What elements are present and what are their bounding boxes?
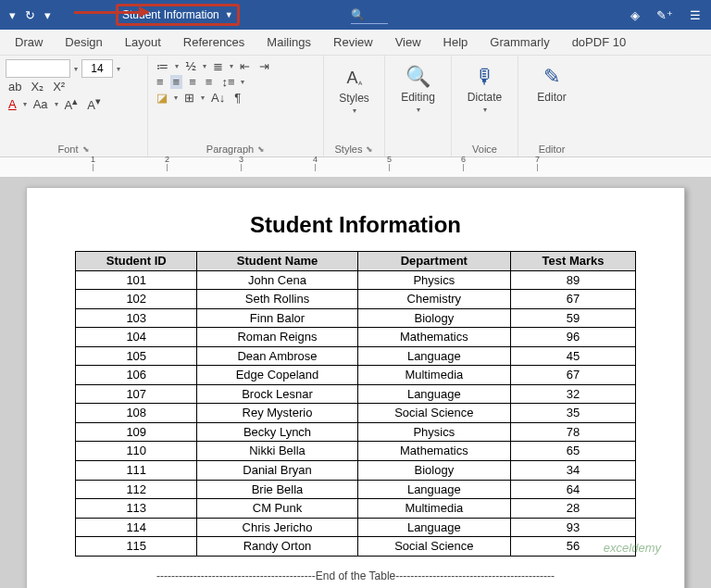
change-case-button[interactable]: Aa xyxy=(31,97,51,111)
table-cell[interactable]: Language xyxy=(357,480,511,499)
grow-font-button[interactable]: A▴ xyxy=(62,95,81,112)
editing-button[interactable]: 🔍 Editing ▾ xyxy=(391,59,445,119)
table-cell[interactable]: 28 xyxy=(511,499,636,519)
increase-indent-button[interactable]: ⇥ xyxy=(256,59,272,73)
table-cell[interactable]: Multimedia xyxy=(357,499,511,519)
styles-button[interactable]: Aᴬ Styles ▾ xyxy=(330,59,379,120)
table-cell[interactable]: 107 xyxy=(76,384,197,404)
table-cell[interactable]: Brock Lesnar xyxy=(197,384,357,404)
justify-button[interactable]: ≡ xyxy=(203,75,216,89)
strike-button[interactable]: ab xyxy=(6,80,24,94)
table-cell[interactable]: 101 xyxy=(76,270,197,290)
table-cell[interactable]: 89 xyxy=(511,270,636,290)
table-cell[interactable]: CM Punk xyxy=(197,499,357,519)
table-cell[interactable]: Mathematics xyxy=(357,442,511,461)
table-cell[interactable]: Nikki Bella xyxy=(197,442,357,461)
paragraph-dialog-launcher-icon[interactable]: ⬊ xyxy=(257,144,265,154)
table-cell[interactable]: Language xyxy=(357,346,511,366)
tab-draw[interactable]: Draw xyxy=(6,31,52,53)
table-cell[interactable]: Roman Reigns xyxy=(197,328,357,347)
tab-design[interactable]: Design xyxy=(56,31,111,53)
table-cell[interactable]: 78 xyxy=(511,422,636,442)
table-cell[interactable]: Mathematics xyxy=(357,328,511,347)
table-cell[interactable]: Edge Copeland xyxy=(197,366,357,385)
align-left-button[interactable]: ≡ xyxy=(154,75,167,89)
superscript-button[interactable]: X² xyxy=(50,80,68,94)
diamond-icon[interactable]: ◈ xyxy=(628,8,642,22)
search-box[interactable]: 🔍 xyxy=(351,6,388,24)
table-cell[interactable]: 45 xyxy=(511,346,636,366)
table-cell[interactable]: 59 xyxy=(511,308,636,328)
table-cell[interactable]: Danial Bryan xyxy=(197,461,357,481)
styles-dialog-launcher-icon[interactable]: ⬊ xyxy=(366,144,373,154)
table-cell[interactable]: 111 xyxy=(76,461,197,481)
table-cell[interactable]: Dean Ambrose xyxy=(197,346,357,366)
font-name-input[interactable] xyxy=(6,59,70,78)
tab-review[interactable]: Review xyxy=(324,31,382,53)
table-cell[interactable]: 102 xyxy=(76,290,197,309)
table-cell[interactable]: Rey Mysterio xyxy=(197,404,357,423)
tab-mailings[interactable]: Mailings xyxy=(257,31,320,53)
table-cell[interactable]: 112 xyxy=(76,480,197,499)
page[interactable]: Student Information Student IDStudent Na… xyxy=(26,187,685,588)
table-cell[interactable]: 67 xyxy=(511,290,636,309)
table-cell[interactable]: 108 xyxy=(76,404,197,423)
table-cell[interactable]: 110 xyxy=(76,442,197,461)
subscript-button[interactable]: X₂ xyxy=(28,80,46,94)
font-size-input[interactable] xyxy=(81,59,113,78)
table-cell[interactable]: Multimedia xyxy=(357,366,511,385)
font-size-caret-icon[interactable]: ▾ xyxy=(117,65,120,73)
tab-layout[interactable]: Layout xyxy=(116,31,170,53)
horizontal-ruler[interactable]: 1234567 xyxy=(0,157,711,178)
borders-button[interactable]: ⊞ xyxy=(181,91,197,105)
table-cell[interactable]: 93 xyxy=(511,518,636,537)
table-cell[interactable]: Social Science xyxy=(357,404,511,423)
tab-references[interactable]: References xyxy=(174,31,254,53)
table-cell[interactable]: 64 xyxy=(511,480,636,499)
qat-redo[interactable]: ↻ xyxy=(21,9,39,21)
dictate-button[interactable]: 🎙 Dictate ▾ xyxy=(457,59,512,119)
qat-dropdown-1[interactable]: ▾ xyxy=(6,9,19,21)
table-cell[interactable]: Chemistry xyxy=(357,290,511,309)
table-cell[interactable]: Chris Jericho xyxy=(197,518,357,537)
decrease-indent-button[interactable]: ⇤ xyxy=(237,59,253,73)
table-cell[interactable]: 96 xyxy=(511,328,636,347)
table-cell[interactable]: Biology xyxy=(357,461,511,481)
document-title-highlight[interactable]: Student Information ▼ xyxy=(116,4,240,26)
tab-view[interactable]: View xyxy=(386,31,430,53)
editor-button[interactable]: ✎ Editor xyxy=(524,59,580,109)
table-cell[interactable]: 113 xyxy=(76,499,197,519)
doc-title-dropdown-icon[interactable]: ▼ xyxy=(225,10,233,19)
numbering-button[interactable]: ⅟₂ xyxy=(182,59,199,73)
table-cell[interactable]: Seth Rollins xyxy=(197,290,357,309)
pen-icon[interactable]: ✎⁺ xyxy=(654,8,676,22)
case-caret-icon[interactable]: ▾ xyxy=(55,100,58,108)
font-dialog-launcher-icon[interactable]: ⬊ xyxy=(82,144,90,154)
table-cell[interactable]: 35 xyxy=(511,404,636,423)
font-color-button[interactable]: A xyxy=(6,97,19,111)
table-cell[interactable]: Biology xyxy=(357,308,511,328)
font-name-caret-icon[interactable]: ▾ xyxy=(74,65,78,73)
table-cell[interactable]: Finn Balor xyxy=(197,308,357,328)
table-cell[interactable]: 103 xyxy=(76,308,197,328)
table-cell[interactable]: 65 xyxy=(511,442,636,461)
table-cell[interactable]: 105 xyxy=(76,346,197,366)
shading-button[interactable]: ◪ xyxy=(154,91,170,105)
table-cell[interactable]: Language xyxy=(357,518,511,537)
tab-dopdf-10[interactable]: doPDF 10 xyxy=(563,31,636,53)
show-marks-button[interactable]: ¶ xyxy=(231,91,243,105)
table-cell[interactable]: 115 xyxy=(76,537,197,557)
table-cell[interactable]: 67 xyxy=(511,366,636,385)
table-cell[interactable]: Brie Bella xyxy=(197,480,357,499)
tab-grammarly[interactable]: Grammarly xyxy=(480,31,558,53)
table-cell[interactable]: Becky Lynch xyxy=(197,422,357,442)
table-cell[interactable]: 34 xyxy=(511,461,636,481)
sort-button[interactable]: A↓ xyxy=(208,91,228,105)
table-cell[interactable]: Physics xyxy=(357,270,511,290)
tab-help[interactable]: Help xyxy=(434,31,478,53)
table-cell[interactable]: 109 xyxy=(76,422,197,442)
table-cell[interactable]: Language xyxy=(357,384,511,404)
qat-dropdown-2[interactable]: ▾ xyxy=(41,9,55,21)
table-cell[interactable]: Randy Orton xyxy=(197,537,357,557)
table-cell[interactable]: John Cena xyxy=(197,270,357,290)
